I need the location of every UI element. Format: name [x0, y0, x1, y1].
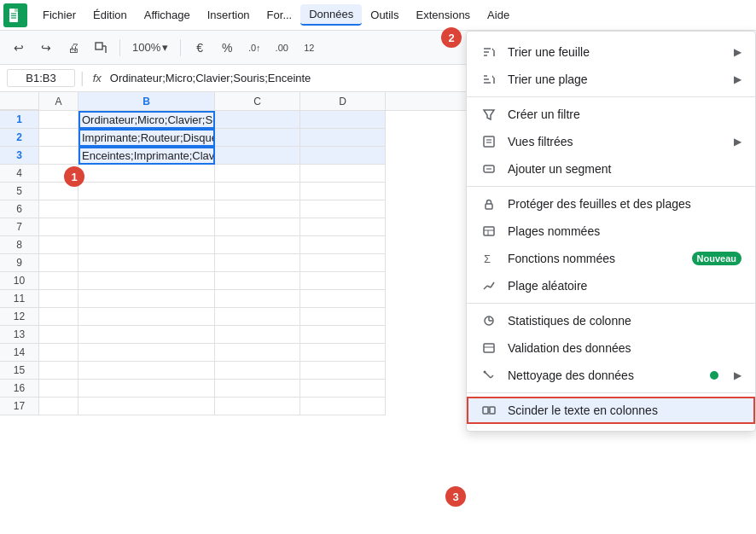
cell-a15[interactable] — [39, 362, 79, 380]
cell-a13[interactable] — [39, 326, 79, 344]
cell-d6[interactable] — [300, 200, 386, 218]
cell-b4[interactable] — [79, 165, 215, 183]
cell-c1[interactable] — [215, 111, 300, 129]
cell-b2[interactable]: Imprimante;Routeur;Disque Dur;Ecouteurs;… — [79, 129, 215, 147]
menu-creer-filtre[interactable]: Créer un filtre — [467, 101, 755, 128]
menu-scinder[interactable]: Scinder le texte en colonnes — [467, 397, 755, 424]
cell-a11[interactable] — [39, 290, 79, 308]
cell-a10[interactable] — [39, 272, 79, 290]
cell-c14[interactable] — [215, 344, 300, 362]
menu-extensions[interactable]: Extensions — [408, 5, 480, 25]
cell-c2[interactable] — [215, 129, 300, 147]
cell-b7[interactable] — [79, 218, 215, 236]
cell-d11[interactable] — [300, 290, 386, 308]
cell-c5[interactable] — [215, 183, 300, 200]
cell-c3[interactable] — [215, 147, 300, 165]
menu-outils[interactable]: Outils — [362, 5, 407, 25]
cell-d15[interactable] — [300, 362, 386, 380]
paint-format-button[interactable] — [89, 36, 113, 60]
cell-a9[interactable] — [39, 254, 79, 272]
menu-fonctions-nommees[interactable]: Σ Fonctions nommées Nouveau — [467, 245, 755, 272]
col-header-a[interactable]: A — [39, 92, 79, 111]
cell-d5[interactable] — [300, 183, 386, 200]
menu-nettoyage[interactable]: Nettoyage des données ▶ — [467, 362, 755, 389]
cell-d2[interactable] — [300, 129, 386, 147]
menu-affichage[interactable]: Affichage — [136, 5, 199, 25]
menu-format[interactable]: For... — [259, 5, 301, 25]
cell-d10[interactable] — [300, 272, 386, 290]
col-header-c[interactable]: C — [215, 92, 300, 111]
menu-plages-nommees[interactable]: Plages nommées — [467, 218, 755, 245]
cell-a7[interactable] — [39, 218, 79, 236]
cell-d7[interactable] — [300, 218, 386, 236]
cell-a2[interactable] — [39, 129, 79, 147]
cell-a14[interactable] — [39, 344, 79, 362]
col-header-b[interactable]: B — [79, 92, 215, 111]
cell-d16[interactable] — [300, 380, 386, 398]
cell-b5[interactable] — [79, 183, 215, 200]
cell-b15[interactable] — [79, 362, 215, 380]
currency-button[interactable]: € — [188, 36, 212, 60]
decimal-inc-button[interactable]: .0↑ — [242, 36, 266, 60]
menu-trier-feuille[interactable]: Trier une feuille ▶ — [467, 38, 755, 66]
cell-b13[interactable] — [79, 326, 215, 344]
percent-button[interactable]: % — [215, 36, 239, 60]
more-number-formats[interactable]: 12 — [297, 36, 321, 60]
decimal-dec-button[interactable]: .00 — [270, 36, 294, 60]
menu-ajouter-segment[interactable]: Ajouter un segment — [467, 155, 755, 183]
menu-trier-plage[interactable]: Trier une plage ▶ — [467, 66, 755, 93]
menu-donnees[interactable]: Données — [300, 4, 362, 26]
redo-button[interactable]: ↪ — [34, 36, 58, 60]
menu-plage-aleatoire[interactable]: Plage aléatoire — [467, 272, 755, 299]
cell-c6[interactable] — [215, 200, 300, 218]
cell-d13[interactable] — [300, 326, 386, 344]
cell-b9[interactable] — [79, 254, 215, 272]
undo-button[interactable]: ↩ — [7, 36, 31, 60]
menu-statistiques[interactable]: Statistiques de colonne — [467, 307, 755, 334]
menu-validation[interactable]: Validation des données — [467, 334, 755, 362]
cell-d9[interactable] — [300, 254, 386, 272]
menu-insertion[interactable]: Insertion — [199, 5, 259, 25]
col-header-d[interactable]: D — [300, 92, 386, 111]
cell-c12[interactable] — [215, 308, 300, 326]
cell-d4[interactable] — [300, 165, 386, 183]
cell-a17[interactable] — [39, 398, 79, 415]
cell-c7[interactable] — [215, 218, 300, 236]
menu-proteger[interactable]: Protéger des feuilles et des plages — [467, 190, 755, 218]
cell-a3[interactable] — [39, 147, 79, 165]
cell-c13[interactable] — [215, 326, 300, 344]
cell-c9[interactable] — [215, 254, 300, 272]
cell-c10[interactable] — [215, 272, 300, 290]
cell-c16[interactable] — [215, 380, 300, 398]
cell-d8[interactable] — [300, 236, 386, 254]
cell-c11[interactable] — [215, 290, 300, 308]
menu-edition[interactable]: Édition — [84, 5, 136, 25]
cell-b16[interactable] — [79, 380, 215, 398]
cell-a6[interactable] — [39, 200, 79, 218]
cell-b10[interactable] — [79, 272, 215, 290]
cell-b6[interactable] — [79, 200, 215, 218]
menu-aide[interactable]: Aide — [479, 5, 518, 25]
cell-d17[interactable] — [300, 398, 386, 415]
cell-d14[interactable] — [300, 344, 386, 362]
cell-a12[interactable] — [39, 308, 79, 326]
print-button[interactable]: 🖨 — [61, 36, 85, 60]
cell-b3[interactable]: Enceintes;Imprimante;Clavier;Routeur;Ord… — [79, 147, 215, 165]
cell-c15[interactable] — [215, 362, 300, 380]
cell-d1[interactable] — [300, 111, 386, 129]
cell-b14[interactable] — [79, 344, 215, 362]
cell-b8[interactable] — [79, 236, 215, 254]
cell-c8[interactable] — [215, 236, 300, 254]
menu-vues-filtrees[interactable]: Vues filtrées ▶ — [467, 128, 755, 155]
cell-b17[interactable] — [79, 398, 215, 415]
cell-d12[interactable] — [300, 308, 386, 326]
menu-fichier[interactable]: Fichier — [34, 5, 84, 25]
cell-a8[interactable] — [39, 236, 79, 254]
cell-b12[interactable] — [79, 308, 215, 326]
cell-d3[interactable] — [300, 147, 386, 165]
cell-a1[interactable] — [39, 111, 79, 129]
cell-a16[interactable] — [39, 380, 79, 398]
cell-b1[interactable]: Ordinateur;Micro;Clavier;Souris;Enceinte — [79, 111, 215, 129]
cell-c4[interactable] — [215, 165, 300, 183]
cell-b11[interactable] — [79, 290, 215, 308]
